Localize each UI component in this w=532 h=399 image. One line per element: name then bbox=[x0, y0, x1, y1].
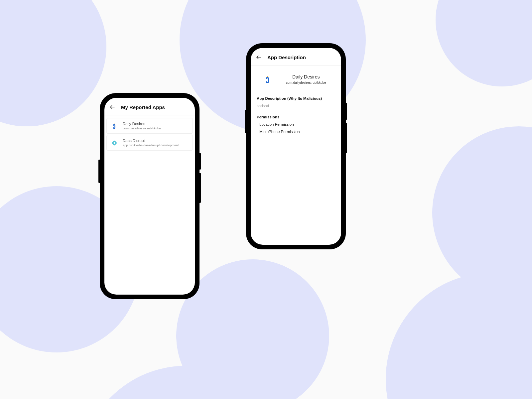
page-title: My Reported Apps bbox=[121, 104, 165, 110]
phone-mockup-right: App Description Daily Desires com.dailyd… bbox=[246, 43, 346, 249]
phone-mockup-left: My Reported Apps Daily Desires com.daily… bbox=[100, 93, 200, 299]
app-icon-daily-desires-icon bbox=[111, 122, 118, 130]
back-arrow-icon[interactable] bbox=[109, 104, 116, 110]
app-pkg-label: com.dailydesires.rubikkube bbox=[286, 81, 326, 84]
reported-apps-list: Daily Desires com.dailydesires.rubikkube… bbox=[104, 115, 195, 152]
app-header: My Reported Apps bbox=[104, 98, 195, 115]
app-pkg-label: app.rubikkube.daasdisrupt.development bbox=[123, 143, 179, 147]
screen-app-description: App Description Daily Desires com.dailyd… bbox=[251, 48, 341, 245]
app-name-label: Daas Disrupt bbox=[123, 139, 179, 143]
bg-decor bbox=[436, 0, 532, 86]
list-item[interactable]: Daas Disrupt app.rubikkube.daasdisrupt.d… bbox=[106, 135, 193, 151]
page-title: App Description bbox=[267, 55, 306, 60]
app-icon-daily-desires-icon bbox=[263, 74, 273, 84]
bg-decor bbox=[432, 126, 532, 299]
app-name-label: Daily Desires bbox=[123, 122, 161, 126]
screen-reported-apps: My Reported Apps Daily Desires com.daily… bbox=[104, 98, 195, 295]
permission-item: MicroPhone Permission bbox=[257, 130, 335, 134]
back-arrow-icon[interactable] bbox=[255, 54, 262, 61]
bg-decor bbox=[0, 0, 106, 126]
app-icon-daas-icon bbox=[111, 139, 118, 147]
app-pkg-label: com.dailydesires.rubikkube bbox=[123, 126, 161, 130]
app-header: App Description bbox=[251, 48, 341, 66]
description-section-label: App Description (Why Its Malicious) bbox=[257, 96, 335, 100]
permission-item: Location Permission bbox=[257, 122, 335, 126]
app-summary-row: Daily Desires com.dailydesires.rubikkube bbox=[257, 71, 335, 90]
list-item[interactable]: Daily Desires com.dailydesires.rubikkube bbox=[106, 118, 193, 134]
permissions-section-label: Permissions bbox=[257, 115, 335, 119]
description-text: sadsad bbox=[257, 104, 335, 108]
app-name-label: Daily Desires bbox=[286, 74, 326, 79]
